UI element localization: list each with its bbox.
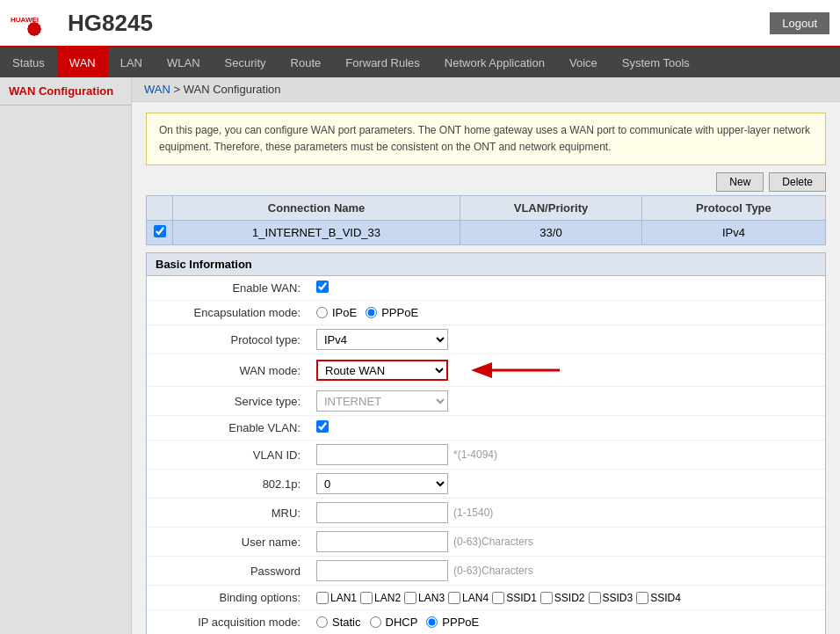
lan4-option[interactable]: LAN4 <box>448 592 489 604</box>
ssid4-checkbox[interactable] <box>636 592 648 604</box>
section-title: Basic Information <box>147 253 825 276</box>
dot1p-row: 802.1p: 0 <box>147 470 825 499</box>
username-label: User name: <box>147 536 309 549</box>
service-type-select[interactable]: INTERNET <box>316 390 448 412</box>
password-row: Password (0-63)Characters <box>147 557 825 586</box>
protocol-type-field[interactable]: IPv4 <box>309 329 825 350</box>
lan2-checkbox[interactable] <box>360 592 373 604</box>
dhcp-option[interactable]: DHCP <box>370 616 418 629</box>
protocol-type-label: Protocol type: <box>147 333 309 346</box>
col-checkbox <box>147 196 173 221</box>
lan2-option[interactable]: LAN2 <box>360 592 401 604</box>
pppoe-radio[interactable] <box>366 307 377 318</box>
ssid2-option[interactable]: SSID2 <box>540 592 585 604</box>
dot1p-label: 802.1p: <box>147 477 309 491</box>
enable-wan-label: Enable WAN: <box>147 281 309 295</box>
vlan-id-input[interactable]: 33 <box>316 444 448 465</box>
username-input[interactable] <box>316 531 448 552</box>
binding-label: Binding options: <box>147 591 309 604</box>
row-connection-name: 1_INTERNET_B_VID_33 <box>173 221 460 245</box>
encapsulation-field: IPoE PPPoE <box>309 306 825 319</box>
breadcrumb-wan-link[interactable]: WAN <box>144 83 170 96</box>
wan-mode-field[interactable]: Route WAN Bridge WAN <box>309 358 825 383</box>
dhcp-label: DHCP <box>386 616 418 629</box>
password-input[interactable] <box>316 560 448 581</box>
nav-lan[interactable]: LAN <box>108 47 155 77</box>
lan3-option[interactable]: LAN3 <box>404 592 445 604</box>
arrow-indicator <box>467 358 564 383</box>
logo-area: HUAWEI <box>11 4 59 41</box>
nav-wlan[interactable]: WLAN <box>155 47 213 77</box>
ssid4-option[interactable]: SSID4 <box>636 592 681 604</box>
pppoe-acq-option[interactable]: PPPoE <box>426 616 479 629</box>
ssid2-checkbox[interactable] <box>540 592 553 604</box>
protocol-type-select[interactable]: IPv4 <box>316 329 448 350</box>
info-box: On this page, you can configure WAN port… <box>146 113 826 165</box>
mru-row: MRU: 1492 (1-1540) <box>147 499 825 528</box>
breadcrumb: WAN > WAN Configuration <box>132 77 840 102</box>
breadcrumb-separator: > <box>173 83 183 96</box>
nav-voice[interactable]: Voice <box>557 47 610 77</box>
vlan-id-hint: *(1-4094) <box>453 448 497 461</box>
table-row: 1_INTERNET_B_VID_33 33/0 IPv4 <box>147 221 826 245</box>
wan-mode-select[interactable]: Route WAN Bridge WAN <box>316 360 448 381</box>
nav-status[interactable]: Status <box>0 47 57 77</box>
lan1-option[interactable]: LAN1 <box>316 592 357 604</box>
delete-button[interactable]: Delete <box>769 172 826 192</box>
enable-vlan-checkbox[interactable] <box>316 420 329 433</box>
enable-vlan-row: Enable VLAN: <box>147 416 825 441</box>
logout-button[interactable]: Logout <box>770 12 829 34</box>
huawei-logo-icon: HUAWEI <box>11 4 59 41</box>
table-area: New Delete Connection Name VLAN/Priority… <box>146 172 826 245</box>
service-type-label: Service type: <box>147 395 309 408</box>
ssid3-label: SSID3 <box>603 592 634 604</box>
nav-system-tools[interactable]: System Tools <box>610 47 702 77</box>
new-button[interactable]: New <box>716 172 764 192</box>
row-checkbox[interactable] <box>154 225 166 237</box>
dot1p-field[interactable]: 0 <box>309 473 825 494</box>
enable-wan-checkbox[interactable] <box>316 281 329 293</box>
username-row: User name: (0-63)Characters <box>147 528 825 557</box>
nav-network-application[interactable]: Network Application <box>432 47 557 77</box>
lan1-checkbox[interactable] <box>316 592 329 604</box>
lan4-label: LAN4 <box>462 592 489 604</box>
static-radio[interactable] <box>316 616 328 628</box>
password-label: Password <box>147 565 309 578</box>
vlan-id-label: VLAN ID: <box>147 448 309 462</box>
enable-vlan-field[interactable] <box>309 420 825 435</box>
ipoE-option[interactable]: IPoE <box>316 306 357 319</box>
vlan-id-field: 33 *(1-4094) <box>309 444 825 465</box>
basic-info-section: Basic Information Enable WAN: Encapsulat… <box>146 252 826 634</box>
ssid1-option[interactable]: SSID1 <box>492 592 537 604</box>
lan4-checkbox[interactable] <box>448 592 460 604</box>
pppoe-acq-radio[interactable] <box>426 616 438 628</box>
col-vlan-priority: VLAN/Priority <box>460 196 642 221</box>
sidebar-wan-configuration[interactable]: WAN Configuration <box>0 77 131 106</box>
ssid3-checkbox[interactable] <box>589 592 601 604</box>
lan3-checkbox[interactable] <box>404 592 416 604</box>
service-type-field[interactable]: INTERNET <box>309 390 825 412</box>
ssid3-option[interactable]: SSID3 <box>589 592 634 604</box>
dot1p-select[interactable]: 0 <box>316 473 448 494</box>
nav-security[interactable]: Security <box>213 47 279 77</box>
ip-acq-row: IP acquisition mode: Static DHCP PPPoE <box>147 610 825 634</box>
dhcp-radio[interactable] <box>370 616 381 628</box>
pppoe-option[interactable]: PPPoE <box>366 306 418 319</box>
ipoE-radio[interactable] <box>316 307 328 318</box>
nav-wan[interactable]: WAN <box>57 47 108 77</box>
enable-wan-field[interactable] <box>309 281 825 295</box>
static-option[interactable]: Static <box>316 616 361 629</box>
password-hint: (0-63)Characters <box>453 565 533 577</box>
mru-hint: (1-1540) <box>453 506 493 519</box>
pppoe-label: PPPoE <box>381 306 418 319</box>
ssid1-checkbox[interactable] <box>492 592 504 604</box>
row-checkbox-cell[interactable] <box>147 221 173 245</box>
nav-route[interactable]: Route <box>279 47 334 77</box>
mru-field: 1492 (1-1540) <box>309 502 825 523</box>
mru-input[interactable]: 1492 <box>316 502 448 523</box>
nav-forward-rules[interactable]: Forward Rules <box>333 47 432 77</box>
lan2-label: LAN2 <box>374 592 401 604</box>
username-field: (0-63)Characters <box>309 531 825 552</box>
wan-mode-row: WAN mode: Route WAN Bridge WAN <box>147 354 825 387</box>
ssid1-label: SSID1 <box>506 592 537 604</box>
